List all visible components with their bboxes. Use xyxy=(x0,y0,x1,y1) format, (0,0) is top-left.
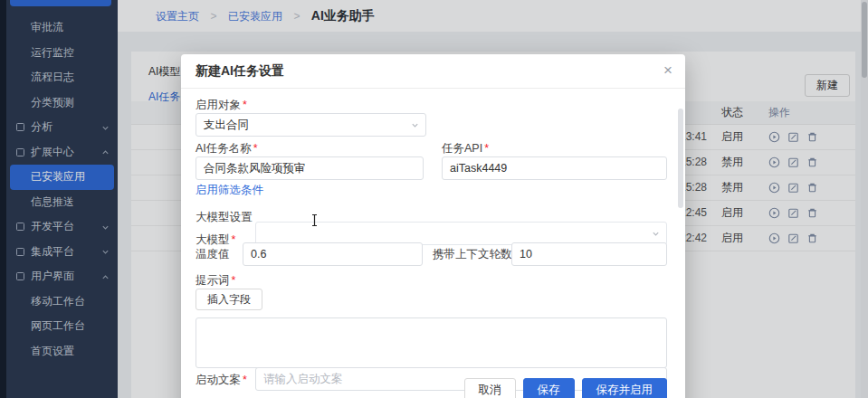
temperature-input[interactable] xyxy=(243,242,423,266)
task-api-label: 任务API* xyxy=(442,141,489,156)
required-mark: * xyxy=(232,233,236,246)
new-ai-task-modal: 新建AI任务设置 × 启用对象* 支出合同 AI任务名称* 任务API* 启用筛… xyxy=(181,54,685,398)
modal-title: 新建AI任务设置 xyxy=(196,63,284,80)
required-mark: * xyxy=(232,274,236,287)
close-icon[interactable]: × xyxy=(663,62,672,78)
modal-header: 新建AI任务设置 × xyxy=(181,54,685,89)
required-mark: * xyxy=(243,374,247,386)
task-name-label: AI任务名称* xyxy=(196,141,258,156)
launch-text-label: 启动文案* xyxy=(196,373,247,388)
modal-scrollbar-thumb[interactable] xyxy=(678,109,683,208)
modal-footer: 取消 保存 保存并启用 xyxy=(464,378,668,398)
enable-target-value: 支出合同 xyxy=(204,118,249,133)
enable-filter-link[interactable]: 启用筛选条件 xyxy=(196,183,263,198)
context-rounds-label: 携带上下文轮数* xyxy=(433,242,518,266)
required-mark: * xyxy=(253,142,258,155)
chevron-down-icon xyxy=(411,121,419,129)
model-section-label: 大模型设置 xyxy=(196,210,253,225)
modal-scrollbar[interactable] xyxy=(678,92,683,398)
context-rounds-input[interactable] xyxy=(511,242,667,266)
required-mark: * xyxy=(243,99,247,111)
required-mark: * xyxy=(484,142,489,155)
save-and-enable-button[interactable]: 保存并启用 xyxy=(582,378,668,398)
cancel-button[interactable]: 取消 xyxy=(464,378,516,398)
prompt-label: 提示词* xyxy=(196,273,235,289)
task-api-input[interactable] xyxy=(442,156,667,180)
enable-target-select[interactable]: 支出合同 xyxy=(196,113,426,137)
text-cursor-icon xyxy=(310,213,319,227)
save-button[interactable]: 保存 xyxy=(523,378,575,398)
prompt-textarea[interactable] xyxy=(196,317,667,368)
insert-field-button[interactable]: 插入字段 xyxy=(196,289,262,310)
enable-target-label: 启用对象* xyxy=(196,98,247,113)
chevron-down-icon xyxy=(652,230,660,238)
task-name-input[interactable] xyxy=(196,156,424,180)
temperature-label: 温度值 xyxy=(196,242,230,266)
